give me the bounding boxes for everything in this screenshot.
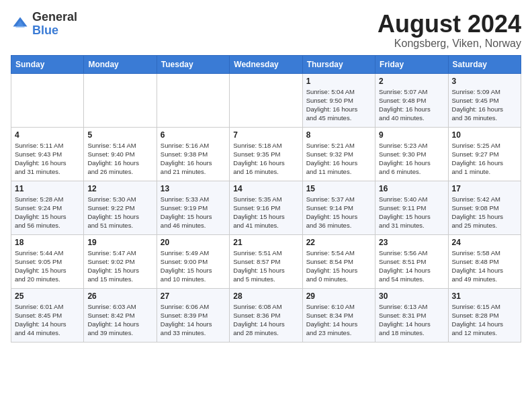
day-detail: Sunrise: 5:40 AM Sunset: 9:11 PM Dayligh… [379, 195, 444, 230]
calendar-cell: 3Sunrise: 5:09 AM Sunset: 9:45 PM Daylig… [448, 73, 521, 127]
day-detail: Sunrise: 5:14 AM Sunset: 9:40 PM Dayligh… [87, 141, 152, 177]
calendar-row: 4Sunrise: 5:11 AM Sunset: 9:43 PM Daylig… [11, 127, 521, 181]
title-area: August 2024 Kongsberg, Viken, Norway [378, 11, 521, 50]
calendar-header-cell: Friday [375, 55, 448, 73]
day-number: 4 [15, 130, 80, 140]
day-detail: Sunrise: 6:15 AM Sunset: 8:28 PM Dayligh… [452, 302, 517, 338]
calendar-header-cell: Sunday [11, 55, 84, 73]
day-number: 9 [379, 130, 444, 140]
day-detail: Sunrise: 5:09 AM Sunset: 9:45 PM Dayligh… [452, 87, 517, 123]
day-number: 3 [452, 77, 517, 86]
page-header: General Blue August 2024 Kongsberg, Vike… [11, 11, 521, 50]
day-detail: Sunrise: 6:08 AM Sunset: 8:36 PM Dayligh… [233, 302, 298, 338]
logo-general-text: General [32, 10, 77, 24]
day-number: 20 [161, 238, 226, 247]
day-detail: Sunrise: 5:49 AM Sunset: 9:00 PM Dayligh… [161, 248, 226, 284]
calendar-cell: 24Sunrise: 5:58 AM Sunset: 8:48 PM Dayli… [448, 234, 521, 288]
day-detail: Sunrise: 5:21 AM Sunset: 9:32 PM Dayligh… [306, 141, 371, 177]
day-detail: Sunrise: 5:23 AM Sunset: 9:30 PM Dayligh… [379, 141, 444, 177]
day-number: 8 [306, 130, 371, 140]
calendar-cell [157, 73, 229, 127]
day-number: 1 [306, 77, 371, 86]
day-number: 27 [161, 291, 226, 301]
day-detail: Sunrise: 6:13 AM Sunset: 8:31 PM Dayligh… [379, 302, 444, 338]
day-number: 18 [15, 238, 80, 247]
logo-icon [11, 15, 30, 34]
calendar-cell: 27Sunrise: 6:06 AM Sunset: 8:39 PM Dayli… [157, 288, 229, 342]
calendar-row: 18Sunrise: 5:44 AM Sunset: 9:05 PM Dayli… [11, 234, 521, 288]
calendar-header-cell: Saturday [448, 55, 521, 73]
day-detail: Sunrise: 5:30 AM Sunset: 9:22 PM Dayligh… [87, 195, 152, 230]
day-number: 14 [233, 184, 298, 193]
day-detail: Sunrise: 5:16 AM Sunset: 9:38 PM Dayligh… [161, 141, 226, 177]
day-number: 5 [87, 130, 152, 140]
day-number: 16 [379, 184, 444, 193]
page-title: August 2024 [378, 11, 521, 38]
calendar-cell: 8Sunrise: 5:21 AM Sunset: 9:32 PM Daylig… [302, 127, 375, 181]
calendar-row: 11Sunrise: 5:28 AM Sunset: 9:24 PM Dayli… [11, 181, 521, 234]
calendar-cell: 23Sunrise: 5:56 AM Sunset: 8:51 PM Dayli… [375, 234, 448, 288]
day-detail: Sunrise: 6:03 AM Sunset: 8:42 PM Dayligh… [87, 302, 152, 338]
calendar-header-cell: Wednesday [230, 55, 302, 73]
day-detail: Sunrise: 5:28 AM Sunset: 9:24 PM Dayligh… [15, 195, 80, 230]
day-number: 28 [233, 291, 298, 301]
calendar-cell: 28Sunrise: 6:08 AM Sunset: 8:36 PM Dayli… [230, 288, 302, 342]
day-detail: Sunrise: 6:10 AM Sunset: 8:34 PM Dayligh… [306, 302, 371, 338]
calendar-header-row: SundayMondayTuesdayWednesdayThursdayFrid… [11, 55, 521, 73]
day-number: 25 [15, 291, 80, 301]
calendar-cell: 25Sunrise: 6:01 AM Sunset: 8:45 PM Dayli… [11, 288, 84, 342]
day-detail: Sunrise: 5:47 AM Sunset: 9:02 PM Dayligh… [87, 248, 152, 284]
calendar-cell: 11Sunrise: 5:28 AM Sunset: 9:24 PM Dayli… [11, 181, 84, 234]
calendar-cell: 20Sunrise: 5:49 AM Sunset: 9:00 PM Dayli… [157, 234, 229, 288]
calendar-table: SundayMondayTuesdayWednesdayThursdayFrid… [11, 55, 521, 342]
calendar-cell [84, 73, 157, 127]
day-number: 2 [379, 77, 444, 86]
day-number: 29 [306, 291, 371, 301]
calendar-cell: 22Sunrise: 5:54 AM Sunset: 8:54 PM Dayli… [302, 234, 375, 288]
day-number: 10 [452, 130, 517, 140]
day-number: 22 [306, 238, 371, 247]
calendar-body: 1Sunrise: 5:04 AM Sunset: 9:50 PM Daylig… [11, 73, 521, 342]
calendar-cell: 17Sunrise: 5:42 AM Sunset: 9:08 PM Dayli… [448, 181, 521, 234]
day-detail: Sunrise: 5:33 AM Sunset: 9:19 PM Dayligh… [161, 195, 226, 230]
day-detail: Sunrise: 5:56 AM Sunset: 8:51 PM Dayligh… [379, 248, 444, 284]
day-detail: Sunrise: 6:06 AM Sunset: 8:39 PM Dayligh… [161, 302, 226, 338]
calendar-cell: 30Sunrise: 6:13 AM Sunset: 8:31 PM Dayli… [375, 288, 448, 342]
day-detail: Sunrise: 5:25 AM Sunset: 9:27 PM Dayligh… [452, 141, 517, 177]
day-detail: Sunrise: 6:01 AM Sunset: 8:45 PM Dayligh… [15, 302, 80, 338]
calendar-cell: 14Sunrise: 5:35 AM Sunset: 9:16 PM Dayli… [230, 181, 302, 234]
calendar-header-cell: Thursday [302, 55, 375, 73]
calendar-cell: 26Sunrise: 6:03 AM Sunset: 8:42 PM Dayli… [84, 288, 157, 342]
day-number: 21 [233, 238, 298, 247]
day-number: 13 [161, 184, 226, 193]
calendar-cell: 12Sunrise: 5:30 AM Sunset: 9:22 PM Dayli… [84, 181, 157, 234]
day-number: 23 [379, 238, 444, 247]
day-detail: Sunrise: 5:44 AM Sunset: 9:05 PM Dayligh… [15, 248, 80, 284]
calendar-cell: 5Sunrise: 5:14 AM Sunset: 9:40 PM Daylig… [84, 127, 157, 181]
day-detail: Sunrise: 5:07 AM Sunset: 9:48 PM Dayligh… [379, 87, 444, 123]
calendar-cell: 29Sunrise: 6:10 AM Sunset: 8:34 PM Dayli… [302, 288, 375, 342]
calendar-cell: 18Sunrise: 5:44 AM Sunset: 9:05 PM Dayli… [11, 234, 84, 288]
calendar-cell: 7Sunrise: 5:18 AM Sunset: 9:35 PM Daylig… [230, 127, 302, 181]
calendar-cell: 6Sunrise: 5:16 AM Sunset: 9:38 PM Daylig… [157, 127, 229, 181]
logo-blue-text: Blue [32, 24, 58, 37]
day-number: 31 [452, 291, 517, 301]
calendar-cell: 15Sunrise: 5:37 AM Sunset: 9:14 PM Dayli… [302, 181, 375, 234]
calendar-header-cell: Monday [84, 55, 157, 73]
day-number: 19 [87, 238, 152, 247]
page-subtitle: Kongsberg, Viken, Norway [378, 38, 521, 50]
calendar-cell: 9Sunrise: 5:23 AM Sunset: 9:30 PM Daylig… [375, 127, 448, 181]
calendar-cell: 4Sunrise: 5:11 AM Sunset: 9:43 PM Daylig… [11, 127, 84, 181]
calendar-cell: 13Sunrise: 5:33 AM Sunset: 9:19 PM Dayli… [157, 181, 229, 234]
calendar-cell: 21Sunrise: 5:51 AM Sunset: 8:57 PM Dayli… [230, 234, 302, 288]
day-detail: Sunrise: 5:42 AM Sunset: 9:08 PM Dayligh… [452, 195, 517, 230]
day-detail: Sunrise: 5:54 AM Sunset: 8:54 PM Dayligh… [306, 248, 371, 284]
calendar-cell: 2Sunrise: 5:07 AM Sunset: 9:48 PM Daylig… [375, 73, 448, 127]
day-detail: Sunrise: 5:35 AM Sunset: 9:16 PM Dayligh… [233, 195, 298, 230]
calendar-row: 1Sunrise: 5:04 AM Sunset: 9:50 PM Daylig… [11, 73, 521, 127]
calendar-cell: 1Sunrise: 5:04 AM Sunset: 9:50 PM Daylig… [302, 73, 375, 127]
calendar-cell: 19Sunrise: 5:47 AM Sunset: 9:02 PM Dayli… [84, 234, 157, 288]
day-number: 17 [452, 184, 517, 193]
calendar-cell [230, 73, 302, 127]
day-detail: Sunrise: 5:04 AM Sunset: 9:50 PM Dayligh… [306, 87, 371, 123]
